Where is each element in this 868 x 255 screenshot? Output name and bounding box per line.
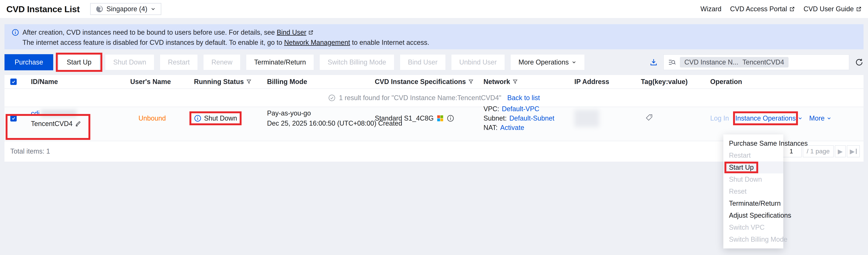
specifications-cell: Standard S1_4C8G xyxy=(375,114,454,122)
row-checkbox[interactable] xyxy=(10,115,17,121)
col-header-specifications: CVD Instance Specifications xyxy=(375,78,474,86)
chevron-down-icon xyxy=(150,6,156,12)
user-guide-label: CVD User Guide xyxy=(804,5,854,13)
col-header-running-status-label: Running Status xyxy=(194,78,244,86)
instance-operations-link[interactable]: Instance Operations xyxy=(735,114,803,122)
menu-item-purchase-same-instances[interactable]: Purchase Same Instances xyxy=(723,137,783,149)
refresh-icon[interactable] xyxy=(855,58,864,66)
instance-operations-dropdown: Purchase Same Instances Restart Start Up… xyxy=(723,135,783,249)
restart-button[interactable]: Restart xyxy=(160,54,198,70)
toolbar-right: CVD Instance N... TencentCVD4 xyxy=(650,54,864,70)
spec-info-icon[interactable] xyxy=(447,115,454,122)
subnet-link[interactable]: Default-Subnet xyxy=(509,114,554,123)
banner-line1-text: After creation, CVD instances need to be… xyxy=(23,28,275,36)
subnet-label: Subnet: xyxy=(484,114,507,123)
col-header-network: Network xyxy=(484,78,518,86)
menu-item-switch-vpc[interactable]: Switch VPC xyxy=(723,221,783,233)
search-result-text: 1 result found for "CVD Instance Name:Te… xyxy=(339,94,501,102)
checkbox-checked-icon xyxy=(10,115,17,121)
bind-user-link[interactable]: Bind User xyxy=(277,28,306,36)
switch-billing-mode-button[interactable]: Switch Billing Mode xyxy=(319,54,394,70)
terminate-return-button[interactable]: Terminate/Return xyxy=(246,54,314,70)
banner-line2-suffix: to enable Internet access. xyxy=(352,39,429,47)
nat-activate-link[interactable]: Activate xyxy=(500,123,524,132)
col-header-user-name: User's Name xyxy=(130,78,171,86)
menu-item-shut-down[interactable]: Shut Down xyxy=(723,173,783,186)
col-header-billing-mode: Billing Mode xyxy=(267,78,307,86)
total-items-label: Total items: 1 xyxy=(10,147,50,155)
banner-line2-text: The internet access feature is disabled … xyxy=(23,39,282,47)
more-operations-label: More Operations xyxy=(519,58,569,66)
search-input[interactable]: CVD Instance N... TencentCVD4 xyxy=(663,54,849,70)
id-name-cell: cdi TencentCVD4 xyxy=(31,109,81,128)
redacted-instance-id xyxy=(41,110,76,117)
last-page-button[interactable]: ▶ xyxy=(847,145,860,157)
next-page-button[interactable]: ▶ xyxy=(835,145,846,157)
instance-name: TencentCVD4 xyxy=(31,120,72,128)
filter-icon[interactable] xyxy=(512,79,518,85)
instance-id-link[interactable]: cdi xyxy=(31,110,39,117)
running-status-cell: Shut Down xyxy=(194,114,237,122)
menu-item-reset[interactable]: Reset xyxy=(723,186,783,197)
redacted-ip-address xyxy=(575,110,599,127)
menu-item-start-up[interactable]: Start Up xyxy=(723,162,783,173)
back-to-list-link[interactable]: Back to list xyxy=(507,94,540,102)
log-in-link[interactable]: Log In xyxy=(710,114,729,122)
menu-item-restart[interactable]: Restart xyxy=(723,149,783,162)
col-header-tag: Tag(key:value) xyxy=(641,78,687,86)
operation-cell: Log In Instance Operations More xyxy=(710,114,832,122)
filter-search-icon xyxy=(668,58,676,66)
search-tag-key: CVD Instance N... xyxy=(684,58,738,66)
wizard-link[interactable]: Wizard xyxy=(701,5,721,13)
checkbox-checked-icon xyxy=(10,79,17,85)
filter-icon[interactable] xyxy=(246,79,252,85)
tag-icon[interactable] xyxy=(645,114,653,121)
info-icon xyxy=(11,29,19,36)
filter-icon[interactable] xyxy=(468,79,474,85)
table-header-row: ID/Name User's Name Running Status Billi… xyxy=(4,75,864,88)
select-all-checkbox[interactable] xyxy=(10,79,17,85)
unbind-user-button[interactable]: Unbind User xyxy=(451,54,505,70)
menu-item-terminate-return[interactable]: Terminate/Return xyxy=(723,197,783,209)
instance-operations-label: Instance Operations xyxy=(735,114,796,122)
renew-button[interactable]: Renew xyxy=(203,54,241,70)
external-link-icon xyxy=(308,30,313,35)
col-header-id-name: ID/Name xyxy=(31,78,58,86)
wizard-label: Wizard xyxy=(701,5,721,13)
external-link-icon xyxy=(856,6,862,12)
more-operations-button[interactable]: More Operations xyxy=(510,54,585,70)
chevron-down-icon xyxy=(798,116,803,121)
access-portal-link[interactable]: CVD Access Portal xyxy=(730,5,795,13)
globe-icon xyxy=(96,5,103,13)
topbar: CVD Instance List Singapore (4) Wizard C… xyxy=(0,0,868,18)
info-banner: After creation, CVD instances need to be… xyxy=(4,24,864,49)
status-info-icon[interactable] xyxy=(194,115,202,122)
region-selector[interactable]: Singapore (4) xyxy=(90,3,161,15)
menu-item-switch-billing-mode[interactable]: Switch Billing Mode xyxy=(723,233,783,246)
chevron-down-icon xyxy=(571,60,577,65)
check-circle-icon xyxy=(328,94,336,102)
user-guide-link[interactable]: CVD User Guide xyxy=(804,5,862,13)
menu-item-adjust-specifications[interactable]: Adjust Specifications xyxy=(723,209,783,221)
toolbar: Purchase Start Up Shut Down Restart Rene… xyxy=(4,54,864,70)
search-tag-value: TencentCVD4 xyxy=(742,58,784,66)
last-page-bar xyxy=(856,149,857,154)
chevron-down-icon xyxy=(827,116,832,121)
bind-user-button[interactable]: Bind User xyxy=(400,54,446,70)
vpc-label: VPC: xyxy=(484,104,499,114)
start-up-button[interactable]: Start Up xyxy=(59,54,100,70)
purchase-button[interactable]: Purchase xyxy=(4,54,53,70)
network-management-link[interactable]: Network Management xyxy=(284,39,350,47)
region-label: Singapore (4) xyxy=(106,5,147,13)
banner-line2: The internet access feature is disabled … xyxy=(23,39,429,47)
edit-pencil-icon[interactable] xyxy=(75,120,81,127)
vpc-link[interactable]: Default-VPC xyxy=(502,104,539,114)
download-icon[interactable] xyxy=(650,58,658,66)
col-header-running-status: Running Status xyxy=(194,78,252,86)
access-portal-label: CVD Access Portal xyxy=(730,5,787,13)
search-filter-tag[interactable]: CVD Instance N... TencentCVD4 xyxy=(680,57,788,67)
user-name-cell: Unbound xyxy=(138,114,166,122)
more-link[interactable]: More xyxy=(809,114,832,122)
network-cell: VPC: Default-VPC Subnet: Default-Subnet … xyxy=(484,104,554,132)
shut-down-button[interactable]: Shut Down xyxy=(105,54,154,70)
